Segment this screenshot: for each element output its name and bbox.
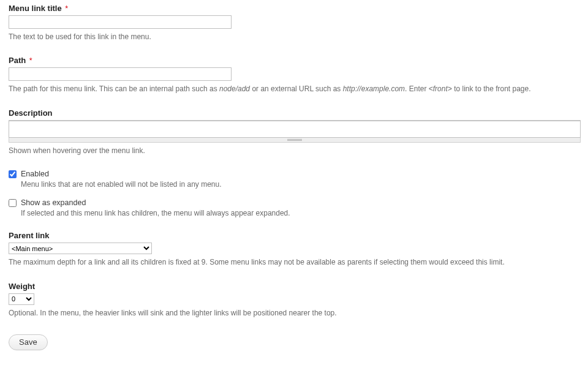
weight-select[interactable]: 0	[9, 293, 34, 305]
weight-label: Weight	[9, 282, 35, 291]
enabled-help: Menu links that are not enabled will not…	[21, 180, 581, 189]
path-input[interactable]	[9, 67, 232, 81]
parent-link-select[interactable]: <Main menu>	[9, 243, 152, 254]
parent-link-label: Parent link	[9, 231, 49, 240]
save-button[interactable]: Save	[9, 334, 48, 350]
menu-link-title-label: Menu link title	[9, 4, 62, 13]
required-marker: *	[65, 4, 68, 13]
field-menu-link-title: Menu link title * The text to be used fo…	[9, 4, 581, 42]
field-weight: Weight 0 Optional. In the menu, the heav…	[9, 282, 581, 318]
parent-link-help: The maximum depth for a link and all its…	[9, 257, 581, 268]
path-label: Path	[9, 56, 26, 65]
menu-link-title-help: The text to be used for this link in the…	[9, 32, 581, 42]
path-help-example2: http://example.com	[343, 85, 405, 93]
grip-icon	[287, 139, 302, 141]
path-help-example1: node/add	[219, 85, 250, 93]
description-label: Description	[9, 108, 53, 118]
path-help-text: The path for this menu link. This can be…	[9, 85, 219, 93]
required-marker: *	[29, 56, 32, 65]
menu-link-title-input[interactable]	[9, 15, 232, 29]
path-help-text: or an external URL such as	[250, 85, 343, 93]
path-help-text: to link to the front page.	[452, 85, 531, 93]
path-help-example3: <front>	[429, 85, 452, 93]
enabled-label: Enabled	[21, 170, 49, 178]
expanded-help: If selected and this menu link has child…	[21, 209, 581, 217]
field-parent-link: Parent link <Main menu> The maximum dept…	[9, 231, 581, 268]
expanded-label: Show as expanded	[21, 198, 86, 207]
path-help-text: . Enter	[405, 85, 429, 93]
field-enabled: Enabled Menu links that are not enabled …	[9, 170, 581, 189]
enabled-checkbox[interactable]	[9, 170, 17, 178]
field-expanded: Show as expanded If selected and this me…	[9, 198, 581, 217]
textarea-resize-grippie[interactable]	[9, 138, 581, 143]
expanded-checkbox[interactable]	[9, 199, 17, 207]
description-help: Shown when hovering over the menu link.	[9, 146, 581, 156]
path-help: The path for this menu link. This can be…	[9, 84, 581, 94]
field-description: Description Shown when hovering over the…	[9, 108, 581, 156]
field-path: Path * The path for this menu link. This…	[9, 56, 581, 94]
weight-help: Optional. In the menu, the heavier links…	[9, 308, 581, 318]
description-textarea[interactable]	[9, 121, 581, 138]
